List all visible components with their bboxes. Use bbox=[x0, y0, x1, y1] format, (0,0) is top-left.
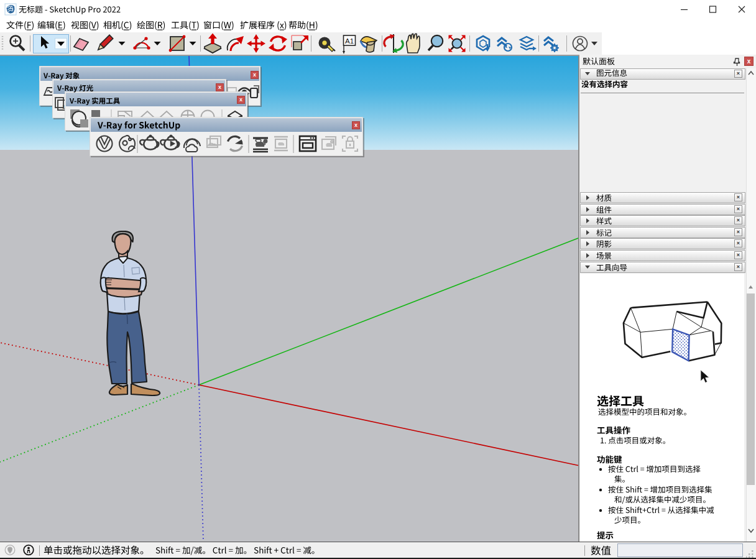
svg-text:A1: A1 bbox=[345, 37, 354, 45]
